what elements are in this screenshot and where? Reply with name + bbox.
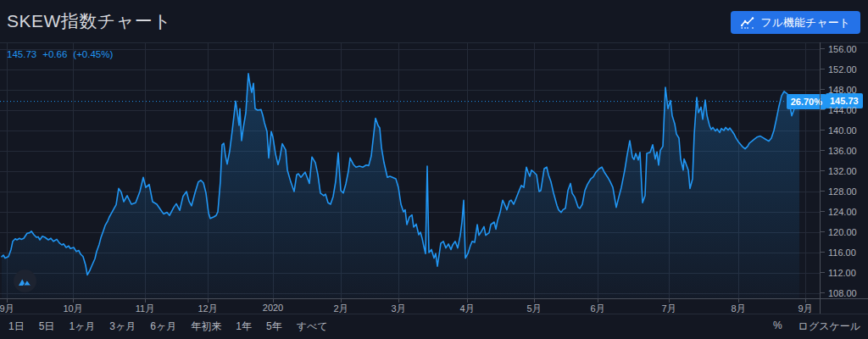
price-axis-tick (821, 272, 825, 273)
price-axis-label: 120.00 (828, 227, 857, 237)
price-axis-tick (821, 292, 825, 293)
range-button-9[interactable]: すべて (297, 320, 328, 334)
skew-index-chart-widget: SKEW指数チャート フル機能チャート 145.73 (0, 0, 868, 339)
chart-area[interactable]: 145.73 +0.66 (+0.45%) 26.70% (0, 42, 868, 298)
range-button-5[interactable]: 6ヶ月 (150, 320, 176, 334)
area-fill (2, 74, 799, 299)
range-button-1[interactable]: 1日 (8, 320, 25, 334)
price-axis-tick (821, 191, 825, 192)
price-axis-tick (821, 150, 825, 151)
price-axis-tick (821, 48, 825, 49)
price-axis-label: 136.00 (828, 146, 857, 156)
price-axis-label: 148.00 (828, 85, 857, 95)
range-button-2[interactable]: 5日 (39, 320, 55, 334)
chart-legend: 145.73 +0.66 (+0.45%) (7, 49, 113, 59)
tradingview-logo-icon[interactable] (14, 270, 36, 292)
range-button-6[interactable]: 年初来 (191, 320, 221, 334)
price-axis-label: 144.00 (828, 105, 857, 115)
page-title: SKEW指数チャート (7, 0, 171, 42)
price-axis-label: 128.00 (828, 186, 857, 197)
price-axis-label: 152.00 (828, 64, 857, 75)
price-axis-tick (821, 130, 825, 131)
price-axis-tick (821, 69, 825, 69)
price-axis-tick (821, 231, 825, 232)
range-button-4[interactable]: 3ヶ月 (109, 320, 136, 334)
price-axis-label: 108.00 (828, 288, 857, 298)
time-axis[interactable]: 9月10月11月12月20202月3月4月5月6月7月8月9月 (0, 298, 868, 314)
price-axis-label: 112.00 (828, 268, 856, 278)
price-axis-tick (821, 252, 825, 253)
range-button-8[interactable]: 5年 (266, 320, 282, 334)
full-featured-chart-button[interactable]: フル機能チャート (731, 11, 860, 34)
price-axis-tick (821, 89, 825, 90)
scale-controls: % ログスケール (773, 320, 868, 334)
log-scale-button[interactable]: ログスケール (798, 320, 860, 334)
price-axis-label: 156.00 (828, 44, 857, 54)
time-axis-label: 2020 (263, 303, 283, 313)
date-range-buttons: 1日5日1ヶ月3ヶ月6ヶ月年初来1年5年すべて (0, 320, 328, 334)
chart-line-icon (741, 17, 754, 29)
range-button-3[interactable]: 1ヶ月 (69, 320, 95, 334)
legend-change: +0.66 (42, 49, 67, 59)
price-axis-label: 132.00 (828, 166, 857, 176)
price-axis-tick (821, 170, 825, 171)
bottom-toolbar: 1日5日1ヶ月3ヶ月6ヶ月年初来1年5年すべて % ログスケール (0, 314, 868, 339)
price-axis-tick (821, 109, 825, 110)
legend-change-percent: (+0.45%) (73, 49, 113, 59)
percent-scale-button[interactable]: % (773, 320, 782, 334)
range-button-7[interactable]: 1年 (236, 320, 252, 334)
legend-last-price: 145.73 (7, 49, 36, 59)
price-axis-label: 140.00 (828, 125, 857, 136)
price-axis-tick (821, 211, 825, 212)
full-featured-chart-button-label: フル機能チャート (760, 15, 850, 31)
price-axis-label: 124.00 (828, 207, 857, 217)
price-area-chart[interactable] (0, 43, 820, 299)
price-axis-label: 116.00 (828, 247, 856, 258)
widget-header: SKEW指数チャート フル機能チャート (0, 0, 868, 42)
price-axis[interactable]: 145.73 156.00152.00148.00144.00140.00136… (820, 42, 868, 314)
